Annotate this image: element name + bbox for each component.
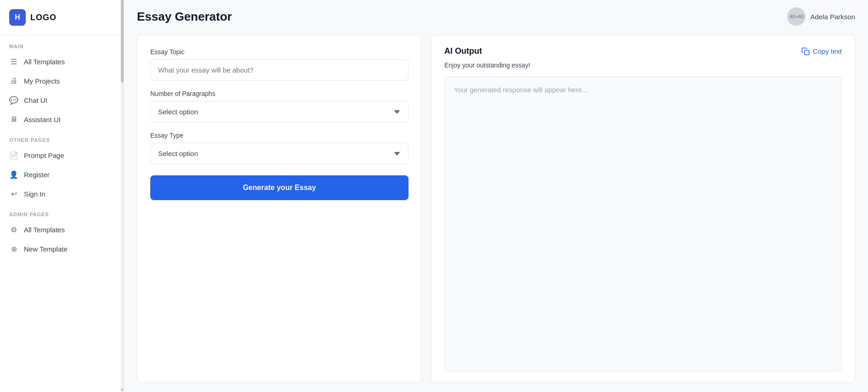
essay-type-group: Essay Type Select option Argumentative D… [150, 132, 408, 164]
essay-topic-label: Essay Topic [150, 48, 408, 56]
sidebar-item-label: Register [24, 171, 50, 179]
user-name: Adela Parkson [810, 13, 855, 21]
paragraphs-label: Number of Paragraphs [150, 90, 408, 97]
svg-rect-0 [804, 50, 809, 55]
essay-topic-group: Essay Topic [150, 48, 408, 81]
page-title: Essay Generator [137, 10, 232, 24]
logo-icon: H [9, 9, 26, 26]
sidebar-item-sign-in[interactable]: ↩ Sign In [0, 184, 124, 203]
essay-type-label: Essay Type [150, 132, 408, 139]
sidebar: H LOGO MAIN ☰ All Templates 🖨 My Project… [0, 0, 124, 392]
form-panel: Essay Topic Number of Paragraphs Select … [137, 35, 422, 383]
monitor-icon: 🖥 [9, 115, 18, 124]
sidebar-item-prompt-page[interactable]: 📄 Prompt Page [0, 146, 124, 165]
generate-button[interactable]: Generate your Essay [150, 175, 408, 200]
file-icon: 📄 [9, 151, 18, 160]
chat-icon: 💬 [9, 95, 18, 105]
list-icon: ☰ [9, 57, 18, 66]
output-header: AI Output Copy text [444, 46, 842, 56]
avatar: 40×40 [787, 7, 806, 26]
sidebar-item-my-projects[interactable]: 🖨 My Projects [0, 71, 124, 90]
admin-section-label: ADMIN PAGES [0, 203, 124, 220]
output-placeholder-box: Your generated response will appear here… [444, 76, 842, 371]
sidebar-item-label: Prompt Page [24, 151, 64, 159]
projects-icon: 🖨 [9, 76, 18, 85]
sidebar-item-chat-ui[interactable]: 💬 Chat UI [0, 90, 124, 110]
user-plus-icon: 👤 [9, 170, 18, 179]
sidebar-item-label: Chat UI [24, 96, 47, 104]
sidebar-item-new-template[interactable]: ⊕ New Template [0, 239, 124, 258]
main-content: Essay Generator 40×40 Adela Parkson Essa… [124, 0, 868, 392]
essay-type-select[interactable]: Select option Argumentative Descriptive … [150, 143, 408, 164]
sidebar-item-admin-all-templates[interactable]: ⚙ All Templates [0, 220, 124, 239]
copy-text-button[interactable]: Copy text [801, 47, 842, 56]
sliders-icon: ⚙ [9, 225, 18, 234]
sidebar-item-label: Sign In [24, 190, 45, 198]
sidebar-item-label: Assistant UI [24, 116, 61, 123]
content-area: Essay Topic Number of Paragraphs Select … [124, 26, 868, 392]
output-placeholder-text: Your generated response will appear here… [454, 86, 587, 94]
copy-icon [801, 47, 810, 56]
paragraphs-select[interactable]: Select option 1 2 3 4 5 [150, 101, 408, 123]
paragraphs-group: Number of Paragraphs Select option 1 2 3… [150, 90, 408, 123]
sidebar-item-assistant-ui[interactable]: 🖥 Assistant UI [0, 110, 124, 129]
plus-circle-icon: ⊕ [9, 244, 18, 253]
essay-topic-input[interactable] [150, 59, 408, 81]
output-title: AI Output [444, 46, 482, 56]
signin-icon: ↩ [9, 189, 18, 198]
topbar: Essay Generator 40×40 Adela Parkson [124, 0, 868, 26]
sidebar-item-label: All Templates [24, 226, 65, 234]
sidebar-item-label: All Templates [24, 58, 65, 66]
sidebar-logo: H LOGO [0, 0, 124, 35]
output-panel: AI Output Copy text Enjoy your outstandi… [431, 35, 855, 383]
user-area: 40×40 Adela Parkson [787, 7, 855, 26]
other-section-label: OTHER PAGES [0, 129, 124, 146]
copy-text-label: Copy text [813, 47, 842, 55]
main-section-label: MAIN [0, 35, 124, 52]
output-subtitle: Enjoy your outstanding essay! [444, 62, 842, 69]
sidebar-item-all-templates[interactable]: ☰ All Templates [0, 52, 124, 71]
sidebar-item-label: New Template [24, 245, 68, 253]
sidebar-item-register[interactable]: 👤 Register [0, 165, 124, 184]
logo-text: LOGO [30, 13, 57, 22]
sidebar-item-label: My Projects [24, 77, 60, 85]
